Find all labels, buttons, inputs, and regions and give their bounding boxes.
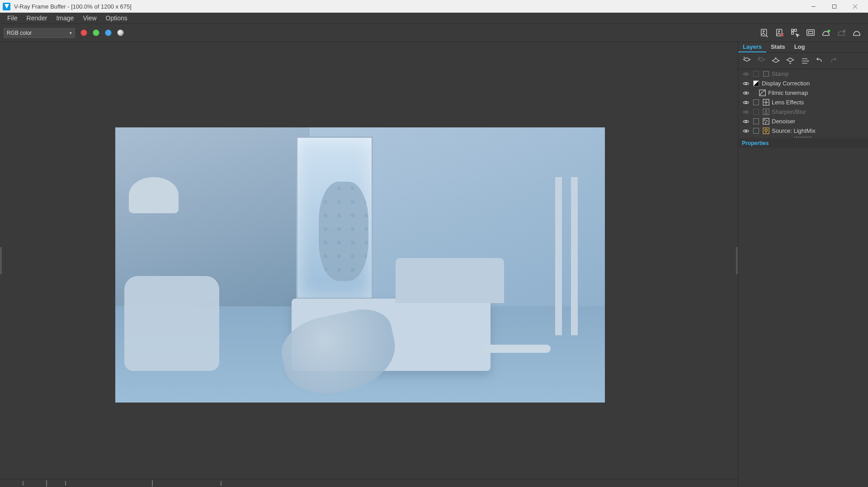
svg-rect-24: [763, 71, 768, 76]
red-channel-toggle[interactable]: [80, 29, 87, 36]
layer-lens-effects[interactable]: Lens Effects: [738, 98, 868, 107]
right-panel: Layers Stats Log Stamp Display Corr: [738, 42, 868, 487]
green-channel-toggle[interactable]: [93, 29, 99, 36]
tab-layers[interactable]: Layers: [738, 42, 766, 52]
left-splitter-handle[interactable]: [0, 247, 2, 274]
redo-button[interactable]: [828, 55, 840, 67]
layer-source-lightmix[interactable]: Source: LightMix: [738, 126, 868, 136]
save-image-button[interactable]: [758, 26, 771, 40]
enable-checkbox[interactable]: [751, 80, 761, 86]
add-layer-button[interactable]: [741, 55, 753, 67]
tab-log[interactable]: Log: [790, 42, 810, 52]
stop-render-button[interactable]: [850, 26, 863, 40]
svg-point-28: [745, 102, 747, 103]
visibility-icon[interactable]: [741, 91, 751, 95]
menu-image[interactable]: Image: [52, 13, 78, 23]
sharpen-icon: [761, 108, 771, 115]
svg-rect-12: [792, 32, 794, 34]
layer-filmic-tonemap[interactable]: Filmic tonemap: [738, 88, 868, 98]
layer-label: Sharpen/Blur: [771, 108, 868, 115]
render-viewport[interactable]: [0, 42, 738, 479]
visibility-icon[interactable]: [741, 110, 751, 114]
visibility-icon[interactable]: [741, 100, 751, 105]
svg-point-15: [828, 29, 830, 32]
svg-point-41: [764, 129, 767, 132]
region-render-button[interactable]: [804, 26, 817, 40]
svg-point-36: [764, 120, 765, 121]
layer-denoiser[interactable]: Denoiser: [738, 117, 868, 126]
denoiser-icon: [761, 118, 771, 125]
menu-bar: File Render Image View Options: [0, 13, 868, 24]
svg-point-26: [745, 92, 747, 94]
tonemap-icon: [757, 89, 767, 96]
move-layer-up-button[interactable]: [770, 55, 782, 67]
svg-rect-10: [792, 29, 794, 31]
svg-marker-22: [808, 60, 809, 62]
render-interactive-button[interactable]: [835, 26, 848, 40]
render-image: [115, 127, 605, 403]
svg-rect-6: [777, 29, 782, 36]
clear-image-button[interactable]: [773, 26, 787, 40]
move-layer-down-button[interactable]: [784, 55, 796, 67]
menu-view[interactable]: View: [78, 13, 101, 23]
enable-checkbox[interactable]: [751, 99, 761, 105]
svg-point-39: [745, 130, 747, 132]
visibility-icon[interactable]: [741, 72, 751, 76]
svg-point-16: [843, 29, 846, 32]
enable-checkbox[interactable]: [751, 128, 761, 134]
remove-layer-button[interactable]: [755, 55, 767, 67]
layer-display-correction[interactable]: Display Correction: [738, 79, 868, 88]
layer-label: Stamp: [771, 70, 868, 77]
title-bar: V-Ray Frame Buffer - [100.0% of 1200 x 6…: [0, 0, 868, 13]
toolbar: RGB color: [0, 24, 868, 42]
timeline-strip[interactable]: [0, 479, 738, 487]
menu-file[interactable]: File: [3, 13, 22, 23]
svg-rect-14: [808, 31, 812, 34]
pick-pixel-button[interactable]: [788, 26, 802, 40]
window-title: V-Ray Frame Buffer - [100.0% of 1200 x 6…: [14, 3, 132, 10]
lightmix-icon: [761, 127, 771, 134]
layer-presets-button[interactable]: [799, 55, 811, 67]
visibility-icon[interactable]: [741, 129, 751, 133]
svg-point-25: [745, 83, 747, 84]
maximize-button[interactable]: [824, 0, 844, 13]
properties-body: [738, 148, 868, 487]
mono-channel-toggle[interactable]: [117, 29, 124, 36]
app-icon: [3, 3, 10, 10]
undo-button[interactable]: [813, 55, 825, 67]
viewport-column: [0, 42, 738, 487]
layer-label: Lens Effects: [771, 99, 868, 106]
svg-rect-11: [794, 29, 797, 31]
channel-dropdown[interactable]: RGB color: [4, 28, 75, 38]
layer-label: Denoiser: [771, 118, 868, 125]
layer-sharpen-blur[interactable]: Sharpen/Blur: [738, 107, 868, 117]
menu-options[interactable]: Options: [101, 13, 132, 23]
svg-point-32: [745, 111, 747, 113]
svg-rect-4: [761, 29, 767, 36]
layer-label: Display Correction: [761, 80, 868, 87]
svg-rect-1: [832, 5, 836, 8]
lens-effects-icon: [761, 99, 771, 106]
blue-channel-toggle[interactable]: [105, 29, 112, 36]
main-area: Layers Stats Log Stamp Display Corr: [0, 42, 868, 487]
properties-header[interactable]: Properties: [738, 138, 868, 148]
layer-stamp[interactable]: Stamp: [738, 69, 868, 79]
svg-rect-35: [763, 118, 769, 124]
close-button[interactable]: [844, 0, 865, 13]
menu-render[interactable]: Render: [22, 13, 52, 23]
layers-toolbar: [738, 53, 868, 69]
minimize-button[interactable]: [803, 0, 824, 13]
layer-label: Source: LightMix: [771, 127, 868, 134]
tab-stats[interactable]: Stats: [766, 42, 790, 52]
svg-point-38: [765, 122, 766, 123]
right-splitter-handle[interactable]: [736, 247, 738, 274]
svg-point-34: [745, 121, 747, 122]
visibility-icon[interactable]: [741, 119, 751, 124]
visibility-icon[interactable]: [741, 81, 751, 86]
enable-checkbox[interactable]: [751, 118, 761, 124]
channel-toggle-group: [80, 29, 124, 36]
enable-checkbox[interactable]: [751, 71, 761, 77]
enable-checkbox[interactable]: [751, 109, 761, 115]
render-button[interactable]: [819, 26, 833, 40]
layers-list: Stamp Display Correction Filmic tonemap …: [738, 69, 868, 136]
